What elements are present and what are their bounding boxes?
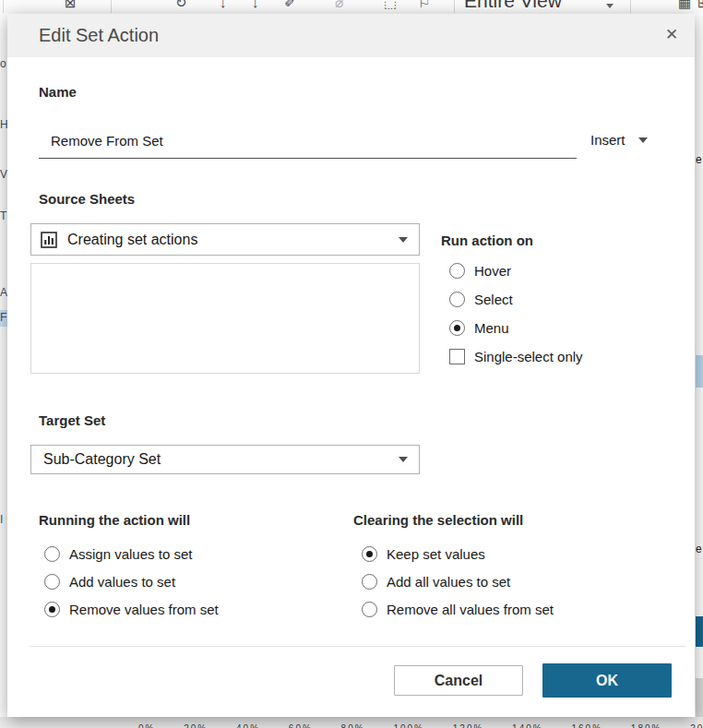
radio-label: Menu (474, 320, 509, 336)
dialog-title: Edit Set Action (39, 14, 159, 57)
radio-add-values[interactable]: Add values to set (44, 574, 175, 590)
clipped-text-fragment: F (0, 311, 6, 324)
clipped-text-fragment: H (0, 118, 7, 131)
dialog-header: Edit Set Action ✕ (7, 14, 695, 57)
radio-label: Select (474, 292, 513, 307)
bar-chart-icon (41, 232, 57, 248)
clipped-text-fragment: e (696, 543, 702, 555)
radio-icon (362, 602, 377, 617)
radio-icon (44, 602, 60, 617)
radio-icon (449, 292, 465, 307)
toolbar-separator (630, 0, 631, 13)
clipped-axis-labels: 0% 20% 40% 60% 80% 100% 120% 140% 160% 1… (138, 723, 703, 728)
selection-band-sliver (696, 355, 703, 388)
clear-sheet-icon[interactable]: ⊠ (65, 0, 77, 11)
radio-keep-set-values[interactable]: Keep set values (362, 546, 485, 562)
ok-button[interactable]: OK (542, 663, 672, 698)
show-me-icon[interactable]: ▦ (678, 0, 691, 11)
action-name-input[interactable] (39, 125, 577, 159)
radio-hover[interactable]: Hover (449, 263, 511, 279)
clearing-will-label: Clearing the selection will (353, 512, 523, 528)
radio-label: Remove all values from set (387, 602, 554, 617)
target-set-value: Sub-Category Set (43, 451, 399, 468)
fit-selector[interactable]: Entire View (464, 0, 562, 12)
chevron-down-icon (399, 457, 408, 462)
background-axis-strip: 0% 20% 40% 60% 80% 100% 120% 140% 160% 1… (0, 717, 703, 728)
radio-label: Assign values to set (69, 546, 192, 562)
clipped-text-fragment: o (0, 57, 6, 70)
radio-label: Hover (474, 263, 511, 279)
source-sheets-label: Source Sheets (39, 191, 135, 207)
highlighted-row-sliver: F (0, 310, 7, 327)
radio-add-all-values[interactable]: Add all values to set (362, 574, 510, 590)
checkbox-icon (449, 349, 465, 364)
clipped-text-fragment: I (0, 513, 3, 526)
background-right-sliver: e e (696, 0, 703, 717)
highlight-icon[interactable]: ✐ (284, 0, 296, 11)
insert-label: Insert (590, 132, 626, 148)
chevron-down-icon[interactable] (606, 4, 614, 8)
radio-menu[interactable]: Menu (449, 320, 509, 336)
source-sheet-value: Creating set actions (67, 232, 399, 248)
sort-ascending-icon[interactable]: ↓ (252, 0, 259, 10)
sort-descending-icon[interactable]: ↓ (220, 0, 227, 10)
fix-axes-icon[interactable]: ⚐ (418, 0, 430, 11)
source-sheets-listbox[interactable] (30, 263, 420, 374)
radio-icon (449, 263, 465, 279)
close-icon[interactable]: ✕ (661, 25, 682, 45)
radio-icon (44, 574, 60, 590)
radio-icon (44, 546, 60, 562)
radio-label: Keep set values (387, 546, 485, 562)
show-mark-labels-icon[interactable]: ⬚ (384, 0, 397, 11)
radio-icon (449, 320, 465, 336)
app-toolbar: ⊠ ↻ ↓ ↓ ✐ ⌀ ⬚ ⚐ Entire View ▦ ⊞ (0, 0, 703, 13)
radio-label: Add all values to set (387, 574, 510, 590)
target-set-label: Target Set (39, 412, 105, 428)
clipped-text-fragment: T (0, 209, 6, 222)
source-sheet-dropdown[interactable]: Creating set actions (30, 223, 420, 256)
radio-select[interactable]: Select (449, 292, 513, 307)
swap-rows-columns-icon[interactable]: ↻ (175, 0, 187, 11)
radio-remove-values[interactable]: Remove values from set (44, 602, 219, 617)
format-icon[interactable]: ⌀ (335, 0, 343, 11)
checkbox-single-select-only[interactable]: Single-select only (449, 349, 583, 364)
background-left-sliver: o H V T A F I (0, 0, 7, 717)
toolbar-separator (111, 0, 112, 13)
chevron-down-icon (638, 137, 648, 143)
footer-divider (30, 646, 685, 647)
radio-assign-values[interactable]: Assign values to set (44, 546, 192, 562)
insert-dropdown[interactable]: Insert (590, 132, 648, 148)
clipped-text-fragment: A (0, 286, 7, 299)
edit-set-action-dialog: Edit Set Action ✕ Name Insert Source She… (7, 14, 695, 717)
run-action-on-label: Run action on (441, 233, 533, 248)
radio-remove-all-values[interactable]: Remove all values from set (362, 602, 554, 617)
clipped-text-fragment: V (0, 168, 7, 181)
cancel-button[interactable]: Cancel (394, 665, 523, 696)
background-button-sliver (696, 616, 703, 647)
name-label: Name (39, 84, 77, 100)
clipped-text-fragment: e (696, 153, 702, 166)
background-footer-sliver (696, 678, 703, 717)
checkbox-label: Single-select only (474, 349, 583, 364)
chevron-down-icon (399, 237, 408, 243)
radio-icon (362, 574, 377, 590)
radio-label: Remove values from set (69, 602, 219, 617)
running-will-label: Running the action will (39, 512, 190, 528)
radio-label: Add values to set (69, 574, 175, 590)
toolbar-separator (454, 0, 455, 13)
target-set-dropdown[interactable]: Sub-Category Set (30, 445, 420, 474)
radio-icon (362, 546, 377, 562)
